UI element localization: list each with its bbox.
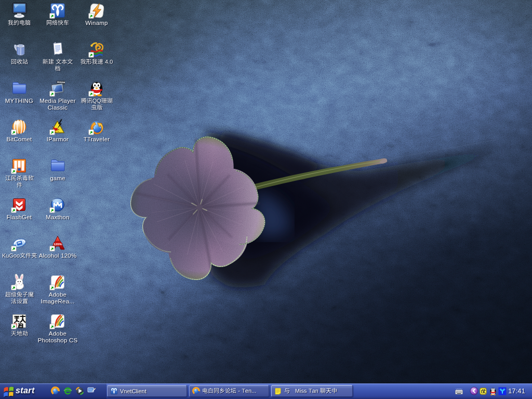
svg-text:120%: 120% bbox=[54, 242, 62, 246]
